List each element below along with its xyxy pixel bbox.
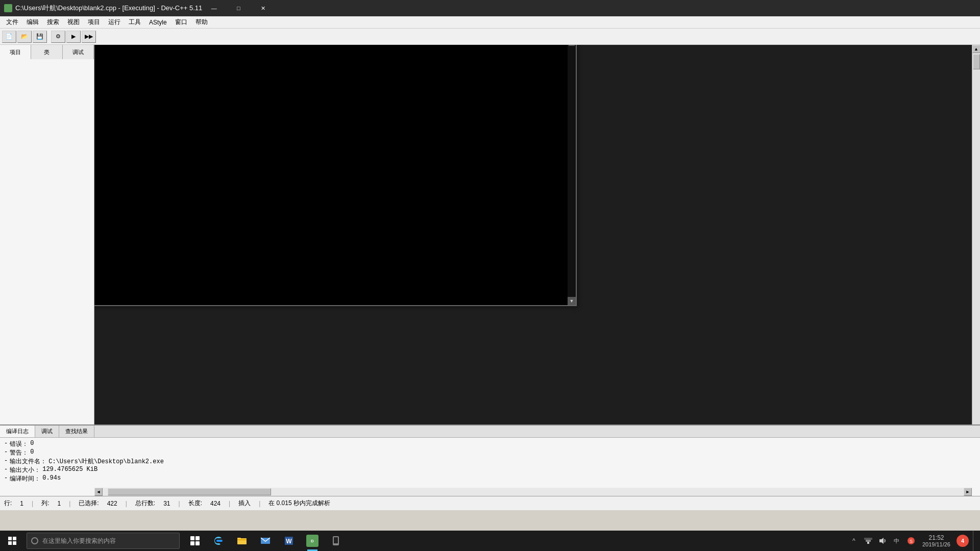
compile-time-line: - 编译时间： 0.94s (4, 474, 976, 483)
console-scroll-down[interactable]: ▼ (568, 297, 576, 305)
compile-warning-line: - 警告： 0 (4, 448, 976, 457)
menu-tools[interactable]: 工具 (125, 17, 145, 28)
status-len-val: 424 (210, 500, 220, 507)
compile-time-value: 0.94s (42, 474, 61, 483)
h-scroll-thumb[interactable] (108, 488, 271, 495)
windows-taskbar: 在这里输入你要搜索的内容 (0, 531, 980, 551)
console-output-line-6: 1 2 3 4 5 6 6 6 6 (10, 78, 572, 86)
output-content: - 错误： 0 - 警告： 0 - 输出文件名： C:\Users\叶航\Des… (0, 438, 980, 485)
h-scroll-left-btn[interactable]: ◄ (94, 488, 103, 496)
menu-view[interactable]: 视图 (63, 17, 84, 28)
status-parse-info: 在 0.015 秒内完成解析 (268, 499, 330, 508)
ime-icon[interactable]: 中 (892, 536, 902, 546)
explorer-icon (237, 536, 247, 546)
devcpp-window: C:\Users\叶航\Desktop\blank2.cpp - [Execut… (0, 0, 980, 531)
show-desktop-btn[interactable] (973, 531, 976, 551)
mail-taskbar-btn[interactable] (254, 531, 277, 551)
toolbar-compile-run-btn[interactable]: ▶▶ (82, 31, 96, 43)
output-tab-debug[interactable]: 调试 (35, 425, 59, 437)
svg-rect-11 (867, 542, 869, 544)
menu-project[interactable]: 项目 (84, 17, 104, 28)
output-panel: 编译日志 调试 查找结果 - 错误： 0 - 警告： 0 - 输出文件名： C:… (0, 424, 980, 496)
devcpp-maximize-btn[interactable]: □ (227, 0, 250, 16)
h-scroll-track[interactable] (103, 488, 964, 496)
devcpp-titlebar: C:\Users\叶航\Desktop\blank2.cpp - [Execut… (0, 0, 980, 16)
volume-icon[interactable] (877, 536, 888, 546)
status-sel-label: 已选择: (79, 499, 99, 508)
status-total-label: 总行数: (135, 499, 155, 508)
devcpp-toolbar: 📄 📂 💾 ⚙ ▶ ▶▶ (0, 29, 980, 45)
clock-date: 2019/11/26 (922, 541, 950, 547)
menu-window[interactable]: 窗口 (171, 17, 191, 28)
taskview-icon (190, 536, 200, 546)
notification-badge[interactable]: 4 (957, 535, 969, 547)
taskview-btn[interactable] (184, 531, 206, 551)
console-output-line-9: 1 2 3 4 5 6 7 8 9 (10, 102, 572, 110)
compile-error-line: - 错误： 0 (4, 440, 976, 448)
tray-chevron[interactable]: ^ (849, 536, 859, 546)
left-tab-debug[interactable]: 调试 (63, 45, 94, 59)
taskbar-search[interactable]: 在这里输入你要搜索的内容 (27, 533, 180, 549)
start-button[interactable] (0, 531, 24, 551)
menu-help[interactable]: 帮助 (191, 17, 212, 28)
v-scroll-track[interactable] (972, 53, 980, 488)
menu-astyle[interactable]: AStyle (145, 18, 171, 27)
devcpp-icon (4, 4, 12, 12)
explorer-taskbar-btn[interactable] (231, 531, 253, 551)
taskbar-search-placeholder: 在这里输入你要搜索的内容 (42, 537, 116, 545)
devcpp-minimize-btn[interactable]: — (202, 0, 226, 16)
compile-error-count: 0 (30, 440, 34, 448)
devcpp-taskbar-btn[interactable]: D (301, 531, 324, 551)
toolbar-new-btn[interactable]: 📄 (2, 31, 16, 43)
status-len-label: 长度: (188, 499, 202, 508)
v-scroll-up-btn[interactable]: ▲ (972, 45, 981, 53)
h-scrollbar[interactable]: ◄ ► (94, 488, 972, 496)
menu-edit[interactable]: 编辑 (22, 17, 43, 28)
console-output-line-7: 1 2 3 4 5 6 7 7 7 (10, 86, 572, 94)
toolbar-compile-btn[interactable]: ⚙ (51, 31, 65, 43)
output-tabs: 编译日志 调试 查找结果 (0, 425, 980, 438)
console-output-line-2: 1 2 2 2 2 2 2 2 2 (10, 45, 572, 53)
compile-outputfile-line: - 输出文件名： C:\Users\叶航\Desktop\blank2.exe (4, 457, 976, 466)
console-scrollbar[interactable]: ▲ ▼ (568, 27, 576, 305)
sougou-icon[interactable]: S (906, 536, 916, 546)
edge-icon (213, 536, 224, 546)
devcpp-close-btn[interactable]: ✕ (251, 0, 275, 16)
menu-run[interactable]: 运行 (104, 17, 125, 28)
toolbar-open-btn[interactable]: 📂 (17, 31, 32, 43)
devcpp-statusbar: 行: 1 | 列: 1 | 已选择: 422 | 总行数: 31 | 长度: 4… (0, 496, 980, 510)
left-tab-project[interactable]: 项目 (0, 45, 31, 59)
svg-rect-5 (237, 538, 241, 539)
devcpp-taskbar-icon: D (306, 535, 318, 547)
console-output-line-8: 1 2 3 4 5 6 7 8 8 (10, 94, 572, 102)
menu-file[interactable]: 文件 (2, 17, 22, 28)
toolbar-run-btn[interactable]: ▶ (66, 31, 81, 43)
output-tab-find[interactable]: 查找结果 (59, 425, 94, 437)
h-scroll-right-btn[interactable]: ► (964, 488, 972, 496)
menu-search[interactable]: 搜索 (43, 17, 63, 28)
devcpp-window-controls: — □ ✕ (202, 0, 275, 16)
network-icon[interactable] (863, 536, 873, 546)
output-tab-compile[interactable]: 编译日志 (0, 425, 35, 437)
left-tab-class[interactable]: 类 (31, 45, 62, 59)
svg-rect-13 (864, 538, 872, 540)
other-app-taskbar-btn[interactable] (325, 531, 347, 551)
status-total-val: 31 (163, 500, 170, 507)
console-scroll-track[interactable] (568, 35, 576, 297)
v-scroll-thumb[interactable] (973, 54, 980, 69)
system-clock[interactable]: 21:52 2019/11/26 (920, 534, 952, 547)
svg-text:S: S (910, 539, 913, 544)
status-insert: 插入 (238, 499, 251, 508)
compile-output-file: C:\Users\叶航\Desktop\blank2.exe (48, 457, 164, 466)
edge-taskbar-btn[interactable] (207, 531, 230, 551)
phone-icon (331, 536, 341, 546)
compile-warning-count: 0 (30, 448, 34, 457)
toolbar-save-btn[interactable]: 💾 (33, 31, 47, 43)
mail-icon (260, 536, 271, 546)
svg-rect-10 (334, 537, 338, 543)
svg-rect-0 (190, 536, 194, 540)
left-panel-tabs: 项目 类 调试 (0, 45, 94, 59)
svg-rect-1 (195, 536, 200, 540)
word-taskbar-btn[interactable]: W (278, 531, 300, 551)
clock-time: 21:52 (922, 534, 950, 541)
